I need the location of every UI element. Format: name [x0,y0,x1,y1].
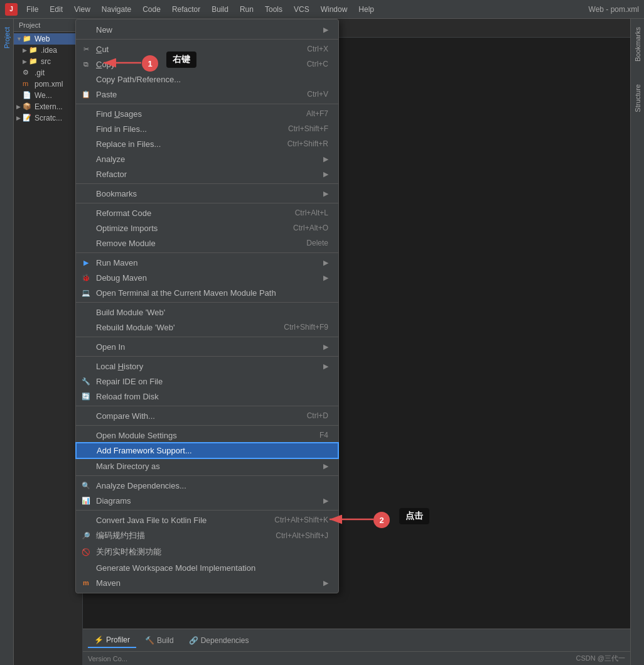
menu-item-find-files[interactable]: Find in Files... Ctrl+Shift+F [76,121,338,136]
project-tree: ▼ 📁 Web ▶ 📁 .idea ▶ 📁 src ⚙ .git m [14,32,82,665]
menu-item-workspace-model[interactable]: Generate Workspace Model Implementation [76,560,338,575]
annotation-circle-2: 2 [373,512,390,528]
lib-icon: 📦 [23,102,33,111]
menu-build[interactable]: Build [207,4,233,15]
repair-icon: 🔧 [81,376,91,386]
menu-item-open-terminal[interactable]: 💻 Open Terminal at the Current Maven Mod… [76,285,338,300]
analyze-icon: 🔍 [81,480,91,490]
profiler-icon: ⚡ [94,635,104,644]
sidebar-tab-bookmarks[interactable]: Bookmarks [632,22,643,67]
menu-item-new[interactable]: New ▶ [76,22,338,37]
menu-help[interactable]: Help [353,4,379,15]
menu-tools[interactable]: Tools [260,4,287,15]
bottom-tab-dependencies[interactable]: 🔗 Dependencies [183,634,255,647]
tab-label: Build [157,636,174,645]
menu-item-run-maven[interactable]: ▶ Run Maven ▶ [76,255,338,270]
run-icon: ▶ [81,257,91,268]
menu-item-bookmarks[interactable]: Bookmarks ▶ [76,186,338,201]
arrow-icon: ▶ [323,170,328,178]
menu-item-remove-module[interactable]: Remove Module Delete [76,235,338,251]
arrow-icon: ▶ [323,26,328,34]
menu-item-analyze[interactable]: Analyze ▶ [76,151,338,166]
menu-item-build-module[interactable]: Build Module 'Web' [76,305,338,320]
menu-refactor[interactable]: Refactor [167,4,205,15]
tree-item-gitignore[interactable]: ⚙ .git [14,67,82,78]
menu-item-analyze-deps[interactable]: 🔍 Analyze Dependencies... [76,478,338,493]
bottom-panel: ⚡ Profiler 🔨 Build 🔗 Dependencies [83,629,630,651]
menu-item-java-kotlin[interactable]: Convert Java File to Kotlin File Ctrl+Al… [76,512,338,527]
tree-arrow: ▶ [16,115,23,121]
menu-item-code-scan[interactable]: 🔎 编码规约扫描 Ctrl+Alt+Shift+J [76,527,338,544]
annotation-arrow-1 [100,53,144,72]
debug-icon: 🐞 [81,273,91,283]
separator [76,252,338,253]
project-panel-header: Project [14,19,82,32]
menu-item-reload-disk[interactable]: 🔄 Reload from Disk [76,389,338,404]
project-panel: Project ▼ 📁 Web ▶ 📁 .idea ▶ 📁 src ⚙ .git [14,19,83,665]
sidebar-tab-structure[interactable]: Structure [632,79,643,117]
menu-item-replace-files[interactable]: Replace in Files... Ctrl+Shift+R [76,136,338,151]
tree-item-scratch[interactable]: ▶ 📝 Scratc... [14,112,82,124]
menu-item-find-usages[interactable]: Find Usages Alt+F7 [76,106,338,121]
app-logo: J [5,3,18,16]
separator [76,475,338,476]
tree-item-web2[interactable]: 📄 We... [14,90,82,101]
tree-item-pom[interactable]: m pom.xml [14,78,82,90]
arrow-icon: ▶ [323,274,328,282]
tree-item-src[interactable]: ▶ 📁 src [14,56,82,67]
annotation-label-1: 右键 [166,51,196,68]
bottom-tab-build[interactable]: 🔨 Build [139,634,180,647]
folder-icon: 📁 [29,57,39,66]
terminal-icon: 💻 [81,288,91,298]
menu-item-maven[interactable]: m Maven ▶ [76,575,338,590]
menu-item-open-in[interactable]: Open In ▶ [76,339,338,354]
menu-run[interactable]: Run [235,4,259,15]
bottom-tab-profiler[interactable]: ⚡ Profiler [88,633,136,648]
menu-item-copy-path[interactable]: Copy Path/Reference... [76,72,338,87]
context-menu-overlay: New ▶ ✂ Cut Ctrl+X ⧉ Copy Ctrl+C Copy Pa… [75,19,339,593]
menu-item-compare[interactable]: Compare With... Ctrl+D [76,408,338,423]
menu-item-repair-ide[interactable]: 🔧 Repair IDE on File [76,374,338,389]
menu-code[interactable]: Code [137,4,166,15]
tree-item-web[interactable]: ▼ 📁 Web [14,33,82,45]
menu-file[interactable]: File [21,4,43,15]
menu-item-diagrams[interactable]: 📊 Diagrams ▶ [76,493,338,508]
menu-item-reformat[interactable]: Reformat Code Ctrl+Alt+L [76,205,338,220]
menu-item-paste[interactable]: 📋 Paste Ctrl+V [76,87,338,102]
dependency-icon: 🔗 [189,636,198,645]
menu-edit[interactable]: Edit [45,4,68,15]
menu-window[interactable]: Window [316,4,353,15]
sidebar-tab-project[interactable]: Project [1,22,13,53]
menu-item-debug-maven[interactable]: 🐞 Debug Maven ▶ [76,270,338,285]
status-bar: Version Co... CSDN @三代一 [83,651,630,665]
maven-icon: m [23,80,33,89]
arrow-icon: ▶ [323,462,328,470]
annotation-label-2: 点击 [399,508,429,524]
reload-icon: 🔄 [81,391,91,401]
tree-item-idea[interactable]: ▶ 📁 .idea [14,45,82,56]
separator [76,337,338,337]
arrow-icon: ▶ [323,259,328,267]
copy-icon: ⧉ [81,59,91,69]
separator [76,203,338,203]
menu-item-add-framework[interactable]: Add Framework Support... [76,443,338,458]
menu-item-mark-directory[interactable]: Mark Directory as ▶ [76,458,338,473]
menu-item-refactor[interactable]: Refactor ▶ [76,166,338,181]
menu-navigate[interactable]: Navigate [97,4,136,15]
maven-icon: m [81,578,91,588]
tree-item-extern[interactable]: ▶ 📦 Extern... [14,101,82,112]
separator [76,183,338,184]
paste-icon: 📋 [81,89,91,99]
arrow-icon: ▶ [323,497,328,505]
menu-view[interactable]: View [69,4,95,15]
separator [76,510,338,511]
menu-item-optimize-imports[interactable]: Optimize Imports Ctrl+Alt+O [76,220,338,235]
menu-vcs[interactable]: VCS [289,4,314,15]
menu-item-local-history[interactable]: Local History ▶ [76,359,338,374]
menu-item-close-detect[interactable]: 🚫 关闭实时检测功能 [76,544,338,560]
menu-item-rebuild-module[interactable]: Rebuild Module 'Web' Ctrl+Shift+F9 [76,320,338,335]
tree-label: .idea [41,46,57,55]
separator [76,406,338,406]
menu-item-module-settings[interactable]: Open Module Settings F4 [76,428,338,443]
arrow-icon: ▶ [323,579,328,587]
